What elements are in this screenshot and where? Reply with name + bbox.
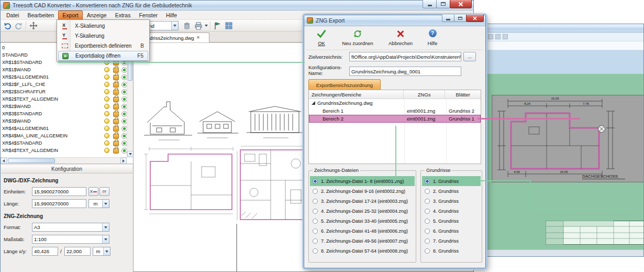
grid-icon[interactable]	[225, 21, 233, 30]
plan-option-2[interactable]: 2. Grundriss	[422, 186, 481, 196]
help-button[interactable]: ? Hilfe	[421, 28, 443, 48]
menu-extras[interactable]: Extras	[111, 10, 135, 20]
plan-option-1[interactable]: 1. Grundriss	[422, 176, 481, 186]
laenge-y-field[interactable]: 22,000	[64, 247, 91, 256]
laenge-x-field[interactable]: 40,426	[32, 247, 58, 256]
radio-icon[interactable]	[313, 248, 318, 254]
radio-icon[interactable]	[313, 189, 318, 194]
tab-exportbereichszuordnung[interactable]: Exportbereichszuordnung	[308, 79, 381, 90]
radio-icon[interactable]	[313, 219, 318, 224]
menu-export[interactable]: Export	[58, 10, 82, 20]
radio-icon[interactable]	[313, 229, 318, 234]
file-option-4[interactable]: 4. Zeichnungs-Datei 25-32 (eint0004.zng)	[310, 206, 415, 216]
minimize-button[interactable]	[423, 0, 437, 8]
toolbar-icon[interactable]	[495, 34, 501, 39]
dialog-close-button[interactable]	[466, 15, 484, 22]
table-row-bereich-1[interactable]: Bereich 1 eint0001.zng Grundriss 2	[309, 107, 481, 115]
radio-icon[interactable]	[425, 229, 430, 234]
radio-icon[interactable]	[425, 179, 430, 184]
lock-icon[interactable]	[113, 119, 119, 124]
tree-root-row[interactable]: GrundrissZeichnung.dwg	[309, 99, 481, 107]
lock-icon[interactable]	[113, 148, 119, 154]
column-zeichnungen-bereiche[interactable]: Zeichnungen/Bereiche	[309, 90, 404, 99]
lock-icon[interactable]	[113, 97, 119, 102]
layer-horizontal-scrollbar[interactable]	[1, 157, 127, 164]
visibility-bulb-icon[interactable]	[104, 96, 109, 102]
scroll-right-icon[interactable]	[120, 158, 127, 164]
file-option-1[interactable]: 1. Zeichnungs-Datei 1- 8 (eint0001.zng)	[310, 176, 415, 186]
scroll-left-icon[interactable]	[1, 158, 7, 164]
close-button[interactable]	[450, 0, 472, 8]
toolbar-icon[interactable]	[503, 34, 508, 39]
radio-icon[interactable]	[313, 209, 318, 214]
redo-icon[interactable]	[14, 21, 23, 30]
lock-icon[interactable]	[113, 82, 119, 88]
layer-row[interactable]: XR$4$TEXT_ALLGEMEIN	[1, 147, 127, 154]
dialog-minimize-button[interactable]	[442, 15, 454, 22]
visibility-bulb-icon[interactable]	[104, 67, 109, 72]
einheiten-field[interactable]: 15,9900270000	[32, 187, 86, 196]
lock-icon[interactable]	[113, 126, 119, 132]
drawing-window-titlebar[interactable]	[485, 24, 643, 32]
xy-unit-select[interactable]: m	[93, 247, 110, 256]
visibility-bulb-icon[interactable]	[104, 140, 109, 146]
x-scale-button[interactable]: X	[88, 187, 98, 196]
menu-anzeige[interactable]: Anzeige	[83, 10, 111, 20]
menu-fenster[interactable]: Fenster	[135, 10, 162, 20]
radio-icon[interactable]	[313, 179, 318, 184]
radio-icon[interactable]	[425, 199, 430, 204]
layer-row[interactable]: XR$2$TEXT_ALLGEMEIN	[1, 95, 127, 103]
visibility-bulb-icon[interactable]	[104, 89, 109, 94]
chevron-down-icon[interactable]	[102, 200, 109, 208]
maximize-button[interactable]	[436, 0, 450, 8]
y-scale-button[interactable]: IY	[99, 187, 109, 196]
flag-icon[interactable]	[213, 21, 221, 30]
print-options-chevron-icon[interactable]	[204, 21, 208, 30]
layer-row[interactable]: XR$2$SCHRAFFUR	[1, 88, 127, 95]
scroll-thumb[interactable]	[8, 158, 55, 163]
chevron-down-icon[interactable]	[102, 223, 109, 231]
visibility-bulb-icon[interactable]	[104, 82, 109, 87]
file-option-6[interactable]: 6. Zeichnungs-Datei 41-48 (eint0006.zng)	[310, 226, 415, 236]
print-icon[interactable]	[194, 21, 203, 30]
chevron-down-icon[interactable]	[103, 247, 110, 255]
file-option-2[interactable]: 2. Zeichnungs-Datei 9-16 (eint0002.zng)	[310, 186, 415, 196]
file-option-3[interactable]: 3. Zeichnungs-Datei 17-24 (eint0003.zng)	[310, 196, 415, 206]
dialog-maximize-button[interactable]	[454, 15, 467, 22]
menu-bearbeiten[interactable]: Bearbeiten	[24, 10, 59, 20]
visibility-bulb-icon[interactable]	[104, 148, 109, 153]
radio-icon[interactable]	[425, 238, 430, 244]
lock-icon[interactable]	[113, 75, 119, 80]
plan-option-6[interactable]: 6. Grundriss	[422, 226, 481, 236]
layer-row[interactable]: XR$2$WAND	[1, 103, 127, 110]
radio-icon[interactable]	[313, 199, 318, 204]
menu-item-exportbereich-definieren[interactable]: Exportbereich definieren B	[58, 41, 148, 51]
menu-hilfe[interactable]: Hilfe	[162, 10, 181, 20]
laenge-field[interactable]: 15,9900270000	[32, 199, 86, 208]
plan-option-3[interactable]: 3. Grundriss	[422, 196, 481, 206]
pan-icon[interactable]	[29, 21, 38, 30]
visibility-bulb-icon[interactable]	[104, 126, 109, 131]
lock-icon[interactable]	[113, 141, 119, 146]
radio-icon[interactable]	[425, 248, 430, 254]
lock-icon[interactable]	[113, 90, 119, 95]
tab-close-icon[interactable]: ×	[197, 35, 200, 40]
visibility-bulb-icon[interactable]	[104, 104, 109, 109]
menu-datei[interactable]: Datei	[2, 10, 24, 20]
chevron-down-icon[interactable]	[171, 21, 178, 30]
tree-expander-icon[interactable]	[312, 101, 315, 105]
layer-row[interactable]: XR$2$ALLGEMEIN01	[1, 73, 127, 81]
visibility-bulb-icon[interactable]	[104, 74, 109, 80]
scroll-down-icon[interactable]	[127, 151, 134, 157]
config-name-field[interactable]: GrundrissZeichnung.dwg_0001	[349, 67, 461, 76]
radio-icon[interactable]	[425, 209, 430, 214]
lock-icon[interactable]	[113, 68, 119, 73]
menu-item-exportdialog-oeffnen[interactable]: Exportdialog öffnen F5	[58, 51, 148, 61]
file-option-5[interactable]: 5. Zeichnungs-Datei 33-40 (eint0005.zng)	[310, 216, 415, 226]
lock-icon[interactable]	[113, 104, 119, 110]
format-select[interactable]: A3	[32, 223, 109, 232]
layer-row[interactable]: XR$4$ALLGEMEIN01	[1, 125, 127, 132]
layer-row[interactable]: XR$3$STANDARD	[1, 110, 127, 117]
plan-option-4[interactable]: 4. Grundriss	[422, 206, 481, 216]
layer-row[interactable]: XR$4$STANDARD	[1, 139, 127, 147]
